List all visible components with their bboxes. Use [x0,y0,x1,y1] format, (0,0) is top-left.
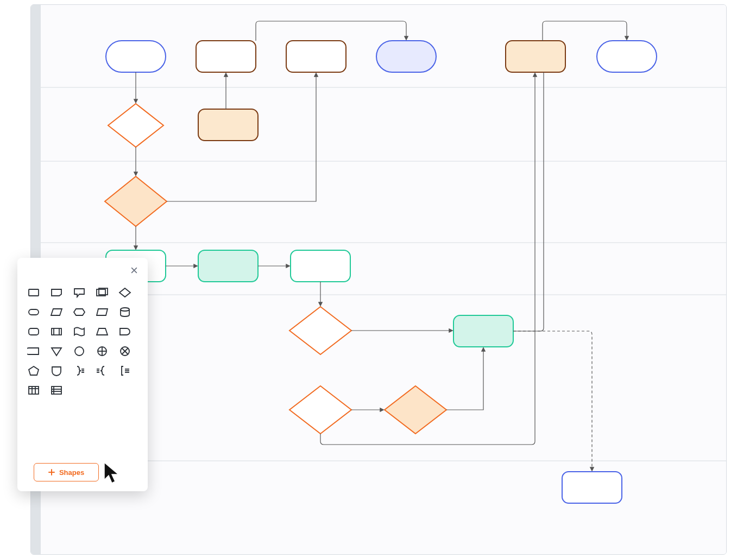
add-shapes-label: Shapes [59,468,84,477]
task-brown-fill[interactable] [506,41,565,72]
pentagon-icon[interactable] [25,363,42,378]
svg-rect-37 [29,386,39,394]
flag-icon[interactable] [71,324,88,339]
task-teal-fill-1[interactable] [198,250,258,282]
terminator-icon[interactable] [25,305,42,320]
decision-orange-fill[interactable] [105,176,167,226]
cylinder-icon[interactable] [116,305,134,320]
swimlane-v-icon[interactable] [25,383,42,398]
double-box-icon[interactable] [48,324,65,339]
svg-rect-5 [29,289,39,296]
close-icon[interactable] [128,264,140,276]
svg-marker-18 [97,328,108,335]
svg-rect-15 [52,328,61,335]
group-box-icon[interactable] [93,285,111,300]
terminator-blue-fill[interactable] [376,41,436,72]
svg-marker-19 [52,348,61,356]
add-shapes-button[interactable]: Shapes [34,463,99,481]
rhomboid-icon[interactable] [93,305,111,320]
task-teal-2[interactable] [291,250,350,282]
diamond-icon[interactable] [116,285,134,300]
svg-rect-14 [29,328,39,335]
shape-grid [25,285,140,398]
svg-marker-10 [51,309,62,315]
svg-point-20 [75,347,84,356]
callout-icon[interactable] [71,285,88,300]
brace-mid-icon[interactable] [93,363,111,378]
task-brown-fill-2[interactable] [198,109,258,141]
note-icon[interactable] [48,285,65,300]
svg-rect-41 [52,386,61,394]
decision-white-1[interactable] [108,104,163,147]
task-teal-fill-2[interactable] [453,315,513,347]
bracket-icon[interactable] [116,363,134,378]
svg-marker-8 [119,288,130,297]
svg-marker-12 [97,309,108,315]
hexagon-icon[interactable] [71,305,88,320]
circle-plus-icon[interactable] [93,344,111,359]
swimlane-h-icon[interactable] [48,383,65,398]
trapezoid-icon[interactable] [93,324,111,339]
decision-white-3[interactable] [289,386,351,434]
plus-icon [48,469,55,475]
svg-marker-27 [29,366,39,375]
circle-x-icon[interactable] [116,344,134,359]
triangle-down-icon[interactable] [48,344,65,359]
task-brown-2[interactable] [286,41,346,72]
rounded-rect-icon[interactable] [25,324,42,339]
terminator-end-top[interactable] [597,41,657,72]
decision-orange-fill-2[interactable] [385,386,446,434]
decision-white-2[interactable] [289,307,351,354]
svg-point-13 [121,308,129,311]
dshape-icon[interactable] [116,324,134,339]
rectangle-icon[interactable] [25,285,42,300]
shield-icon[interactable] [48,363,65,378]
svg-marker-11 [74,309,85,315]
svg-rect-9 [29,309,39,315]
circle-icon[interactable] [71,344,88,359]
half-round-icon[interactable] [25,344,42,359]
shapes-panel[interactable]: Shapes [17,258,148,491]
brace-right-icon[interactable] [71,363,88,378]
terminator-start[interactable] [106,41,166,72]
task-brown-1[interactable] [196,41,256,72]
terminator-end-bottom[interactable] [562,472,622,503]
parallelogram-icon[interactable] [48,305,65,320]
